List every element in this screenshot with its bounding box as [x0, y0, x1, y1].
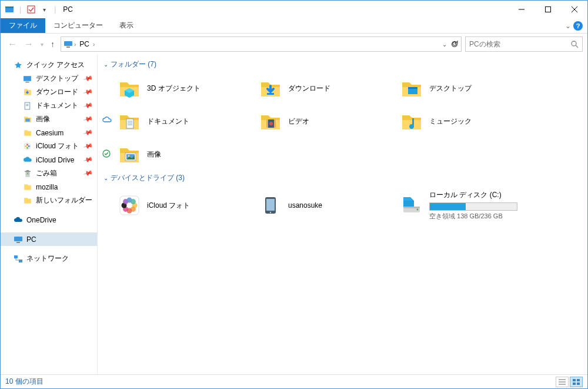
pin-icon: 📌	[83, 127, 94, 138]
sidebar-item-label: ネットワーク	[26, 254, 69, 264]
sidebar-item-label: mozilla	[36, 183, 58, 191]
sidebar-item-画像[interactable]: 画像📌	[1, 112, 97, 126]
devices-grid: iCloud フォトusanosukeローカル ディスク (C:)空き領域 13…	[103, 185, 582, 225]
svg-rect-1	[5, 6, 14, 8]
breadcrumb-sep[interactable]: ›	[73, 41, 77, 48]
minimize-button[interactable]	[508, 1, 534, 18]
ribbon: ファイル コンピューター 表示 ⌄ ?	[1, 18, 587, 34]
breadcrumb-pc[interactable]: PC	[77, 40, 92, 48]
downloads-icon	[23, 88, 32, 97]
icloud-photos-icon	[118, 194, 141, 217]
forward-button[interactable]: →	[24, 39, 34, 49]
window-controls	[508, 1, 587, 18]
svg-point-21	[25, 145, 26, 147]
group-header-folders[interactable]: ⌄ フォルダー (7)	[103, 57, 582, 72]
ribbon-file-tab[interactable]: ファイル	[1, 18, 45, 33]
help-icon[interactable]: ?	[573, 21, 583, 31]
group-header-devices[interactable]: ⌄ デバイスとドライブ (3)	[103, 171, 582, 185]
folder-item-ダウンロード[interactable]: ダウンロード	[255, 74, 396, 102]
sidebar-network[interactable]: ネットワーク	[1, 252, 97, 265]
svg-point-19	[28, 145, 30, 147]
search-box[interactable]	[465, 36, 583, 52]
group-title: フォルダー (7)	[111, 59, 156, 69]
sidebar-item-新しいフォルダー[interactable]: 新しいフォルダー	[1, 194, 97, 207]
ribbon-tab-view[interactable]: 表示	[111, 18, 142, 33]
drive-free-text: 空き領域 138 GB/236 GB	[429, 212, 534, 221]
sidebar-item-label: 新しいフォルダー	[36, 195, 92, 205]
folder-item-画像[interactable]: 画像	[114, 140, 255, 168]
svg-rect-63	[573, 383, 576, 385]
sidebar-item-label: クイック アクセス	[26, 60, 85, 70]
sidebar-onedrive[interactable]: OneDrive	[1, 213, 97, 227]
sidebar-item-ごみ箱[interactable]: ごみ箱📌	[1, 167, 97, 180]
device-item-iCloud フォト[interactable]: iCloud フォト	[114, 188, 255, 223]
recent-dropdown-icon[interactable]: ▾	[41, 41, 44, 48]
folder-icon	[118, 109, 141, 133]
ribbon-right: ⌄ ?	[565, 18, 587, 33]
details-view-button[interactable]	[556, 377, 569, 387]
up-button[interactable]: ↑	[51, 39, 55, 49]
sidebar-item-mozilla[interactable]: mozilla	[1, 180, 97, 194]
tiles-view-button[interactable]	[570, 377, 583, 387]
sidebar-pc[interactable]: PC	[1, 232, 97, 246]
qat-dropdown-icon[interactable]: ▾	[39, 4, 49, 15]
address-dropdown-icon[interactable]: ⌄	[442, 41, 447, 48]
folder-item-デスクトップ[interactable]: デスクトップ	[396, 74, 537, 102]
folder-item-ミュージック[interactable]: ミュージック	[396, 107, 537, 135]
svg-rect-62	[577, 379, 580, 381]
sidebar-item-ダウンロード[interactable]: ダウンロード📌	[1, 85, 97, 99]
sidebar-item-iCloud Drive[interactable]: iCloud Drive📌	[1, 153, 97, 167]
refresh-icon[interactable]	[450, 40, 459, 48]
svg-rect-7	[64, 41, 72, 46]
folder-item-ビデオ[interactable]: ビデオ	[255, 107, 396, 135]
close-button[interactable]	[561, 1, 587, 18]
sidebar-item-デスクトップ[interactable]: デスクトップ📌	[1, 72, 97, 85]
device-item-ローカル ディスク (C:)[interactable]: ローカル ディスク (C:)空き領域 138 GB/236 GB	[396, 188, 537, 223]
folder-icon	[400, 77, 423, 100]
cloud-sync-icon	[102, 117, 112, 124]
search-input[interactable]	[469, 40, 570, 48]
sidebar-item-label: ドキュメント	[36, 101, 78, 111]
folder-item-ドキュメント[interactable]: ドキュメント	[114, 107, 255, 135]
folder-item-3D オブジェクト[interactable]: 3D オブジェクト	[114, 74, 255, 102]
svg-rect-51	[266, 199, 275, 211]
sidebar-item-ドキュメント[interactable]: ドキュメント📌	[1, 99, 97, 112]
item-label: ローカル ディスク (C:)	[429, 190, 534, 200]
star-icon	[14, 61, 23, 70]
device-item-usanosuke[interactable]: usanosuke	[255, 188, 396, 223]
properties-icon[interactable]	[26, 4, 36, 15]
breadcrumb-sep[interactable]: ›	[92, 41, 96, 48]
status-count: 10 個の項目	[5, 377, 44, 387]
drive-usage-bar	[429, 202, 517, 211]
ribbon-expand-icon[interactable]: ⌄	[565, 22, 571, 30]
ribbon-tab-computer[interactable]: コンピューター	[45, 18, 111, 33]
back-button[interactable]: ←	[8, 39, 17, 49]
item-label: ビデオ	[288, 117, 393, 127]
maximize-button[interactable]	[534, 1, 561, 18]
sidebar-item-label: Caesium	[36, 129, 64, 137]
item-label: ダウンロード	[288, 84, 393, 94]
sidebar-item-Caesium[interactable]: Caesium📌	[1, 126, 97, 139]
search-icon[interactable]	[570, 40, 579, 48]
address-bar[interactable]: › PC › ⌄	[61, 36, 462, 52]
item-label: ドキュメント	[147, 117, 252, 127]
item-label: 画像	[147, 149, 252, 159]
svg-rect-61	[573, 379, 576, 381]
svg-rect-12	[25, 81, 29, 82]
folder-icon	[259, 109, 282, 133]
sidebar: クイック アクセス デスクトップ📌ダウンロード📌ドキュメント📌画像📌Caesiu…	[1, 55, 98, 374]
item-label: 3D オブジェクト	[147, 84, 252, 94]
check-sync-icon	[102, 149, 111, 158]
svg-rect-26	[267, 93, 274, 95]
svg-rect-35	[274, 119, 276, 128]
nav-row: ← → ▾ ↑ › PC › ⌄	[1, 34, 587, 55]
sidebar-quickaccess[interactable]: クイック アクセス	[1, 58, 97, 72]
view-switcher	[556, 377, 583, 387]
svg-rect-8	[66, 46, 70, 48]
sidebar-item-iCloud フォト[interactable]: iCloud フォト📌	[1, 139, 97, 153]
pin-icon: 📌	[83, 141, 94, 151]
chevron-down-icon: ⌄	[103, 175, 108, 181]
folder-icon	[118, 142, 141, 166]
icloud-icon	[23, 155, 32, 165]
content: ⌄ フォルダー (7) 3D オブジェクトダウンロードデスクトップドキュメントビ…	[98, 55, 587, 374]
